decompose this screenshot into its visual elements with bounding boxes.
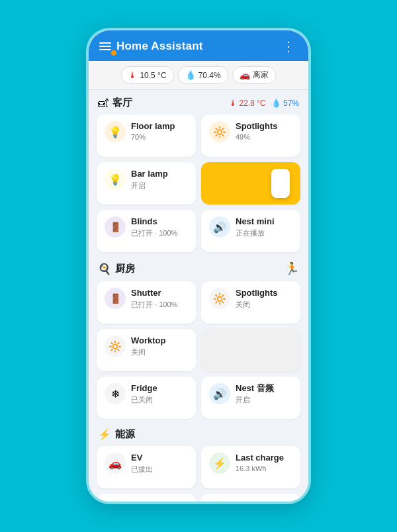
section-meta-living: 🌡 22.8 °C 💧 57% [229, 99, 299, 108]
section-header-energy: ⚡ 能源 [97, 428, 300, 441]
menu-button-wrap[interactable] [99, 42, 111, 50]
person-running-icon[interactable]: 🏃 [285, 261, 299, 276]
card-bar-lamp[interactable]: 💡 Bar lamp 开启 [97, 162, 196, 204]
nest-audio-status: 开启 [236, 395, 292, 405]
card-shutter[interactable]: 🚪 Shutter 已打开 · 100% [97, 281, 196, 324]
card-blinds[interactable]: 🚪 Blinds 已打开 · 100% [97, 210, 196, 252]
spotlights1-info: Spotlights 49% [236, 121, 292, 141]
away-value: 离家 [253, 69, 269, 81]
section-title-area-energy: ⚡ 能源 [98, 428, 135, 441]
top-bar: Home Assistant ⋮ [89, 30, 308, 61]
card-top-ev: 🚗 EV 已拔出 [105, 453, 188, 474]
spotlights2-status: 关闭 [236, 300, 292, 310]
temp-value: 10.5 °C [140, 71, 166, 80]
card-top-blinds: 🚪 Blinds 已打开 · 100% [105, 216, 188, 238]
app-title: Home Assistant [116, 40, 203, 53]
card-voltage[interactable]: ⚡ Voltage [201, 494, 300, 502]
hum-icon: 💧 [185, 70, 196, 80]
bar-lamp-icon: 💡 [105, 169, 126, 190]
spotlights1-name: Spotlights [236, 121, 292, 132]
card-spotlights2[interactable]: 🔆 Spotlights 关闭 [201, 281, 300, 324]
home-power-name: Home power [131, 500, 188, 502]
voltage-icon: ⚡ [209, 500, 230, 502]
card-top-spotlights1: 🔆 Spotlights 49% [209, 121, 292, 142]
floor-lamp-icon: 💡 [105, 121, 126, 142]
section-kitchen: 🍳 厨房 🏃 🚪 Shutter 已打开 · 100% [97, 261, 300, 419]
blinds-info: Blinds 已打开 · 100% [131, 216, 188, 238]
slider1-knob [271, 169, 290, 198]
spotlights1-status: 49% [236, 133, 292, 141]
fridge-status: 已关闭 [131, 395, 188, 405]
card-top-shutter: 🚪 Shutter 已打开 · 100% [105, 288, 188, 310]
shutter-info: Shutter 已打开 · 100% [131, 288, 188, 310]
shutter-icon: 🚪 [105, 288, 126, 309]
worktop-status: 关闭 [131, 347, 188, 357]
fridge-name: Fridge [131, 383, 188, 394]
nest-audio-name: Nest 音频 [236, 383, 292, 394]
bar-lamp-info: Bar lamp 开启 [131, 169, 188, 191]
status-bar: 🌡 10.5 °C 💧 70.4% 🚗 离家 [89, 61, 308, 90]
section-icon-kitchen: 🍳 [98, 263, 111, 275]
hum-chip[interactable]: 💧 70.4% [178, 66, 228, 84]
card-top-last-charge: ⚡ Last charge 16.3 kWh [209, 453, 292, 474]
hamburger-icon[interactable] [99, 42, 111, 50]
card-top-worktop: 🔆 Worktop 关闭 [105, 335, 188, 357]
card-top-home-power: 🏠 Home power [105, 500, 188, 502]
home-power-icon: 🏠 [105, 500, 126, 502]
cards-grid-living: 💡 Floor lamp 70% 🔆 Spotlights 49% [97, 114, 300, 252]
section-header-kitchen: 🍳 厨房 🏃 [97, 261, 300, 276]
ev-info: EV 已拔出 [131, 453, 188, 474]
card-ev[interactable]: 🚗 EV 已拔出 [97, 446, 196, 488]
last-charge-icon: ⚡ [209, 453, 230, 474]
card-home-power[interactable]: 🏠 Home power [97, 494, 196, 502]
scroll-area[interactable]: 🛋 客厅 🌡 22.8 °C 💧 57% 💡 Floor lamp 70% [89, 90, 308, 502]
fridge-icon: ❄ [105, 383, 126, 404]
voltage-name: Voltage [236, 500, 292, 502]
nest-mini-name: Nest mini [236, 216, 292, 227]
cards-grid-energy: 🚗 EV 已拔出 ⚡ Last charge 16.3 kWh [97, 446, 300, 502]
card-fridge[interactable]: ❄ Fridge 已关闭 [97, 377, 196, 419]
ev-name: EV [131, 453, 188, 463]
worktop-info: Worktop 关闭 [131, 335, 188, 357]
card-top-floor-lamp: 💡 Floor lamp 70% [105, 121, 188, 142]
floor-lamp-info: Floor lamp 70% [131, 121, 188, 141]
spotlights2-info: Spotlights 关闭 [236, 288, 292, 310]
card-top-nest-audio: 🔊 Nest 音频 开启 [209, 383, 292, 405]
home-power-info: Home power [131, 500, 188, 502]
car-icon: 🚗 [240, 70, 250, 80]
last-charge-info: Last charge 16.3 kWh [236, 453, 292, 472]
phone-frame: Home Assistant ⋮ 🌡 10.5 °C 💧 70.4% 🚗 离家 … [86, 28, 311, 504]
temp-icon: 🌡 [128, 70, 137, 80]
card-slider1[interactable] [201, 162, 300, 204]
card-nest-mini[interactable]: 🔊 Nest mini 正在播放 [201, 210, 300, 252]
cards-grid-kitchen: 🚪 Shutter 已打开 · 100% 🔆 Spotlights 关闭 [97, 281, 300, 419]
section-title-kitchen: 厨房 [115, 263, 135, 275]
section-header-living: 🛋 客厅 🌡 22.8 °C 💧 57% [97, 97, 300, 109]
section-temp-living: 🌡 22.8 °C [229, 99, 266, 108]
temp-chip[interactable]: 🌡 10.5 °C [121, 66, 173, 84]
card-spotlights1[interactable]: 🔆 Spotlights 49% [201, 114, 300, 157]
away-chip[interactable]: 🚗 离家 [232, 66, 276, 84]
card-floor-lamp[interactable]: 💡 Floor lamp 70% [97, 114, 196, 157]
blinds-name: Blinds [131, 216, 188, 227]
section-living: 🛋 客厅 🌡 22.8 °C 💧 57% 💡 Floor lamp 70% [97, 97, 300, 252]
card-worktop[interactable]: 🔆 Worktop 关闭 [97, 329, 196, 371]
card-top-voltage: ⚡ Voltage [209, 500, 292, 502]
shutter-status: 已打开 · 100% [131, 300, 188, 310]
notification-dot [111, 50, 116, 56]
top-bar-left: Home Assistant [99, 40, 203, 53]
last-charge-name: Last charge [236, 453, 292, 463]
fridge-info: Fridge 已关闭 [131, 383, 188, 405]
spotlights1-icon: 🔆 [209, 121, 230, 142]
spotlights2-name: Spotlights [236, 288, 292, 298]
section-title-area-kitchen: 🍳 厨房 [98, 263, 135, 275]
spotlights2-icon: 🔆 [209, 288, 230, 309]
blinds-status: 已打开 · 100% [131, 228, 188, 238]
card-top-nest-mini: 🔊 Nest mini 正在播放 [209, 216, 292, 238]
card-last-charge[interactable]: ⚡ Last charge 16.3 kWh [201, 446, 300, 488]
nest-mini-info: Nest mini 正在播放 [236, 216, 292, 238]
card-nest-audio[interactable]: 🔊 Nest 音频 开启 [201, 377, 300, 419]
more-icon[interactable]: ⋮ [279, 38, 298, 54]
ev-icon: 🚗 [105, 453, 126, 474]
section-title-living: 客厅 [112, 97, 132, 109]
